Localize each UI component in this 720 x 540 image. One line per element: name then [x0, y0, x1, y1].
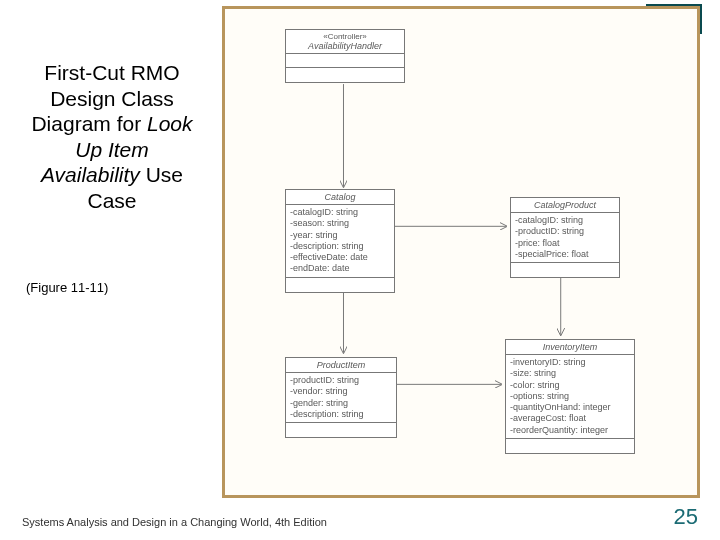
- uml-diagram-frame: «Controller» AvailabilityHandler Catalog…: [222, 6, 700, 498]
- uml-attr: -quantityOnHand: integer: [510, 402, 630, 413]
- uml-ops-empty: [506, 439, 634, 453]
- uml-attr: -productID: string: [515, 226, 615, 237]
- uml-attr: -productID: string: [290, 375, 392, 386]
- uml-attrs-empty: [286, 54, 404, 68]
- uml-class-label: Catalog: [324, 192, 355, 202]
- uml-attr: -size: string: [510, 368, 630, 379]
- uml-attr: -averageCost: float: [510, 413, 630, 424]
- uml-class-label: ProductItem: [317, 360, 366, 370]
- uml-attrs: -catalogID: string -season: string -year…: [286, 205, 394, 278]
- uml-class-name: ProductItem: [286, 358, 396, 373]
- uml-class-inventoryitem: InventoryItem -inventoryID: string -size…: [505, 339, 635, 454]
- uml-attr: -reorderQuantity: integer: [510, 425, 630, 436]
- uml-attr: -endDate: date: [290, 263, 390, 274]
- uml-class-catalogproduct: CatalogProduct -catalogID: string -produ…: [510, 197, 620, 278]
- figure-reference: (Figure 11-11): [26, 280, 108, 295]
- slide-title: First-Cut RMO Design Class Diagram for L…: [26, 60, 198, 214]
- uml-class-controller: «Controller» AvailabilityHandler: [285, 29, 405, 83]
- uml-class-name: CatalogProduct: [511, 198, 619, 213]
- uml-attr: -price: float: [515, 238, 615, 249]
- uml-attr: -effectiveDate: date: [290, 252, 390, 263]
- uml-attr: -catalogID: string: [515, 215, 615, 226]
- slide: 11 First-Cut RMO Design Class Diagram fo…: [0, 0, 720, 540]
- uml-attr: -catalogID: string: [290, 207, 390, 218]
- uml-class-name: Catalog: [286, 190, 394, 205]
- uml-attr: -gender: string: [290, 398, 392, 409]
- uml-ops-empty: [511, 263, 619, 277]
- uml-class-label: InventoryItem: [543, 342, 598, 352]
- uml-attr: -color: string: [510, 380, 630, 391]
- uml-ops-empty: [286, 278, 394, 292]
- uml-attrs: -catalogID: string -productID: string -p…: [511, 213, 619, 263]
- uml-stereotype: «Controller»: [290, 32, 400, 41]
- uml-ops-empty: [286, 68, 404, 82]
- uml-class-catalog: Catalog -catalogID: string -season: stri…: [285, 189, 395, 293]
- uml-attr: -description: string: [290, 241, 390, 252]
- uml-attr: -season: string: [290, 218, 390, 229]
- page-number: 25: [674, 504, 698, 530]
- uml-attr: -options: string: [510, 391, 630, 402]
- uml-attrs: -productID: string -vendor: string -gend…: [286, 373, 396, 423]
- uml-class-name: «Controller» AvailabilityHandler: [286, 30, 404, 54]
- uml-class-label: AvailabilityHandler: [308, 41, 382, 51]
- uml-class-label: CatalogProduct: [534, 200, 596, 210]
- uml-attr: -description: string: [290, 409, 392, 420]
- uml-class-name: InventoryItem: [506, 340, 634, 355]
- uml-class-productitem: ProductItem -productID: string -vendor: …: [285, 357, 397, 438]
- footer-text: Systems Analysis and Design in a Changin…: [22, 516, 327, 528]
- uml-attr: -year: string: [290, 230, 390, 241]
- uml-attrs: -inventoryID: string -size: string -colo…: [506, 355, 634, 439]
- uml-attr: -vendor: string: [290, 386, 392, 397]
- uml-ops-empty: [286, 423, 396, 437]
- uml-attr: -inventoryID: string: [510, 357, 630, 368]
- uml-attr: -specialPrice: float: [515, 249, 615, 260]
